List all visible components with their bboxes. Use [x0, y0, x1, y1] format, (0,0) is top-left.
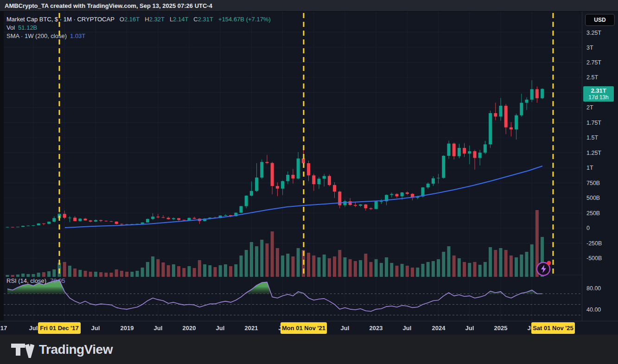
candle[interactable] [535, 87, 539, 103]
candle[interactable] [11, 227, 14, 227]
candle[interactable] [89, 220, 92, 222]
candle[interactable] [370, 207, 373, 210]
boost-button[interactable] [535, 260, 553, 277]
candle[interactable] [463, 143, 466, 157]
candle[interactable] [16, 227, 19, 227]
candle[interactable] [525, 97, 529, 110]
candle[interactable] [504, 104, 508, 134]
candle[interactable] [437, 174, 440, 184]
candle[interactable] [172, 217, 175, 220]
candle[interactable] [224, 214, 227, 216]
candle[interactable] [432, 176, 435, 186]
event-date-badge[interactable]: Sat 01 Nov '25 [531, 322, 575, 334]
candle[interactable] [151, 213, 154, 220]
candle[interactable] [375, 201, 378, 210]
rsi-legend-row[interactable]: RSI (14, close) 70.05 [6, 277, 65, 284]
usd-button[interactable]: USD [586, 14, 614, 26]
candle[interactable] [271, 162, 274, 194]
symbol-legend-row[interactable]: Market Cap BTC, $ · 1M · CRYPTOCAP O2.16… [6, 15, 271, 23]
candle[interactable] [250, 181, 253, 196]
candle[interactable] [146, 218, 149, 223]
candle[interactable] [338, 191, 341, 208]
candle[interactable] [99, 220, 102, 222]
candle[interactable] [307, 160, 310, 181]
candle[interactable] [442, 155, 445, 179]
candle[interactable] [240, 206, 243, 213]
candle[interactable] [478, 150, 482, 166]
candle[interactable] [530, 80, 534, 102]
candle[interactable] [260, 160, 263, 179]
candle[interactable] [110, 221, 113, 222]
candle[interactable] [452, 142, 456, 159]
event-date-badge[interactable]: Mon 01 Nov '21 [280, 322, 327, 334]
candle[interactable] [390, 192, 393, 197]
candle[interactable] [520, 94, 523, 116]
candle[interactable] [515, 114, 518, 140]
candle[interactable] [141, 222, 144, 224]
candle[interactable] [427, 182, 430, 189]
candle[interactable] [115, 221, 118, 224]
candle[interactable] [47, 222, 51, 224]
candle[interactable] [68, 216, 71, 222]
rsi-line[interactable] [7, 280, 542, 312]
candle[interactable] [94, 219, 97, 222]
candle[interactable] [286, 172, 289, 184]
candle[interactable] [78, 218, 82, 221]
candle[interactable] [323, 174, 326, 186]
candle[interactable] [193, 217, 196, 219]
candle[interactable] [177, 218, 180, 221]
candle[interactable] [162, 215, 165, 218]
candle[interactable] [292, 169, 295, 184]
candle[interactable] [104, 220, 108, 222]
candle[interactable] [6, 227, 9, 227]
candle[interactable] [458, 144, 461, 158]
candle[interactable] [84, 218, 87, 221]
main-legend[interactable]: Market Cap BTC, $ · 1M · CRYPTOCAP O2.16… [6, 15, 271, 40]
candle[interactable] [484, 141, 487, 154]
candle[interactable] [328, 174, 331, 186]
candle[interactable] [281, 180, 284, 195]
price-axis[interactable]: USD 2.31T 17d 13h 3.25T3T2.75T2.5T2T1.75… [582, 12, 618, 335]
candle[interactable] [245, 195, 248, 208]
candle[interactable] [447, 140, 451, 159]
candle[interactable] [198, 218, 201, 224]
candle[interactable] [473, 150, 477, 170]
candle[interactable] [318, 177, 321, 189]
candle[interactable] [42, 223, 45, 225]
candle[interactable] [499, 98, 503, 121]
candle[interactable] [395, 193, 399, 198]
candle[interactable] [26, 225, 30, 226]
candle[interactable] [63, 211, 66, 219]
time-axis[interactable]: 17JulJul2019Jul2020Jul2021JulJul2023Jul2… [0, 321, 618, 335]
candle[interactable] [297, 152, 300, 179]
candle[interactable] [120, 224, 123, 225]
candle[interactable] [276, 182, 279, 196]
sma-legend-row[interactable]: SMA · 1W (200, close) 1.03T [6, 32, 271, 40]
candle[interactable] [255, 163, 258, 192]
candle[interactable] [167, 217, 170, 220]
candle[interactable] [156, 214, 159, 218]
candle[interactable] [364, 204, 367, 211]
candle[interactable] [359, 204, 362, 207]
chart-area[interactable]: Market Cap BTC, $ · 1M · CRYPTOCAP O2.16… [0, 12, 618, 335]
candle[interactable] [494, 103, 497, 121]
candle[interactable] [21, 226, 25, 227]
candle[interactable] [510, 122, 513, 136]
volume-legend-row[interactable]: Vol 51.12B [6, 23, 271, 32]
candle[interactable] [73, 216, 76, 221]
candle[interactable] [380, 199, 383, 204]
event-date-badge[interactable]: Fri 01 Dec '17 [38, 322, 81, 334]
candle[interactable] [344, 200, 347, 207]
candle[interactable] [52, 217, 56, 223]
candle[interactable] [489, 111, 492, 148]
candle[interactable] [406, 192, 409, 195]
candle[interactable] [333, 182, 336, 198]
candle[interactable] [468, 146, 471, 164]
candle[interactable] [37, 223, 40, 225]
candle[interactable] [32, 225, 35, 227]
candle[interactable] [354, 202, 357, 207]
candle[interactable] [312, 174, 315, 191]
candle[interactable] [541, 88, 544, 99]
chart-canvas[interactable] [0, 12, 582, 321]
candle[interactable] [266, 155, 269, 164]
